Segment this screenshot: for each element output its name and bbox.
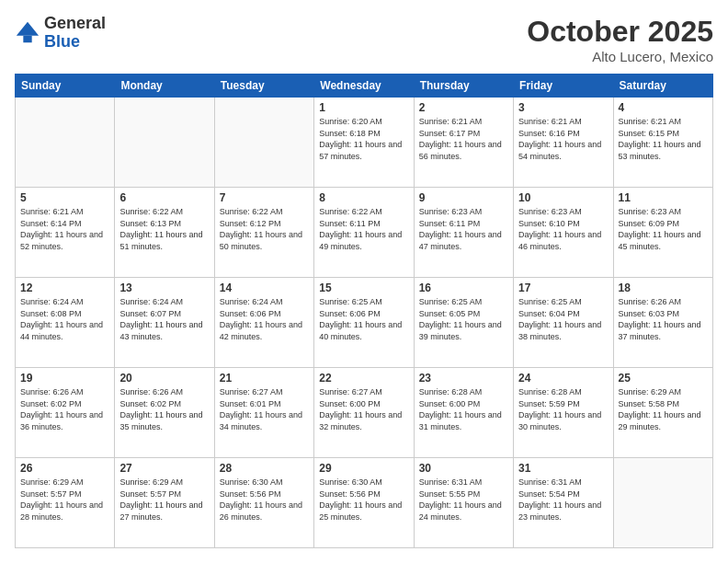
table-row: 4Sunrise: 6:21 AM Sunset: 6:15 PM Daylig…: [613, 98, 712, 188]
day-info: Sunrise: 6:21 AM Sunset: 6:16 PM Dayligh…: [518, 116, 608, 162]
day-info: Sunrise: 6:30 AM Sunset: 5:56 PM Dayligh…: [220, 477, 309, 523]
table-row: 23Sunrise: 6:28 AM Sunset: 6:00 PM Dayli…: [414, 368, 513, 458]
day-number: 24: [518, 372, 608, 385]
table-row: 10Sunrise: 6:23 AM Sunset: 6:10 PM Dayli…: [514, 188, 613, 278]
day-info: Sunrise: 6:25 AM Sunset: 6:06 PM Dayligh…: [319, 296, 408, 342]
table-row: 30Sunrise: 6:31 AM Sunset: 5:55 PM Dayli…: [414, 458, 513, 548]
table-row: [115, 98, 214, 188]
location-title: Alto Lucero, Mexico: [527, 49, 713, 64]
day-number: 22: [319, 372, 408, 385]
table-row: 1Sunrise: 6:20 AM Sunset: 6:18 PM Daylig…: [314, 98, 414, 188]
day-number: 4: [619, 101, 708, 114]
calendar-week-row: 1Sunrise: 6:20 AM Sunset: 6:18 PM Daylig…: [16, 98, 713, 188]
day-number: 31: [518, 462, 608, 475]
table-row: 6Sunrise: 6:22 AM Sunset: 6:13 PM Daylig…: [115, 188, 214, 278]
day-number: 6: [119, 191, 209, 204]
day-info: Sunrise: 6:30 AM Sunset: 5:56 PM Dayligh…: [319, 477, 408, 523]
day-info: Sunrise: 6:25 AM Sunset: 6:04 PM Dayligh…: [518, 296, 608, 342]
table-row: 28Sunrise: 6:30 AM Sunset: 5:56 PM Dayli…: [214, 458, 313, 548]
table-row: 5Sunrise: 6:21 AM Sunset: 6:14 PM Daylig…: [16, 188, 115, 278]
table-row: 29Sunrise: 6:30 AM Sunset: 5:56 PM Dayli…: [314, 458, 414, 548]
table-row: [214, 98, 313, 188]
title-block: October 2025 Alto Lucero, Mexico: [527, 15, 713, 64]
table-row: 7Sunrise: 6:22 AM Sunset: 6:12 PM Daylig…: [214, 188, 313, 278]
table-row: 9Sunrise: 6:23 AM Sunset: 6:11 PM Daylig…: [414, 188, 513, 278]
table-row: 14Sunrise: 6:24 AM Sunset: 6:06 PM Dayli…: [214, 278, 313, 368]
calendar-week-row: 12Sunrise: 6:24 AM Sunset: 6:08 PM Dayli…: [16, 278, 713, 368]
day-info: Sunrise: 6:26 AM Sunset: 6:03 PM Dayligh…: [619, 296, 708, 342]
day-info: Sunrise: 6:23 AM Sunset: 6:11 PM Dayligh…: [419, 206, 508, 252]
day-number: 12: [20, 282, 109, 294]
day-info: Sunrise: 6:21 AM Sunset: 6:14 PM Dayligh…: [20, 206, 109, 252]
svg-marker-0: [17, 22, 39, 36]
table-row: 24Sunrise: 6:28 AM Sunset: 5:59 PM Dayli…: [514, 368, 613, 458]
day-info: Sunrise: 6:26 AM Sunset: 6:02 PM Dayligh…: [20, 386, 109, 432]
calendar-header-row: Sunday Monday Tuesday Wednesday Thursday…: [16, 75, 713, 98]
day-number: 29: [319, 462, 408, 475]
day-number: 14: [220, 282, 309, 294]
day-number: 17: [518, 282, 608, 294]
table-row: 15Sunrise: 6:25 AM Sunset: 6:06 PM Dayli…: [314, 278, 414, 368]
day-info: Sunrise: 6:24 AM Sunset: 6:08 PM Dayligh…: [20, 296, 109, 342]
table-row: 18Sunrise: 6:26 AM Sunset: 6:03 PM Dayli…: [613, 278, 712, 368]
table-row: 3Sunrise: 6:21 AM Sunset: 6:16 PM Daylig…: [514, 98, 613, 188]
day-number: 15: [319, 282, 408, 294]
table-row: [613, 458, 712, 548]
day-info: Sunrise: 6:20 AM Sunset: 6:18 PM Dayligh…: [319, 116, 408, 162]
calendar-week-row: 19Sunrise: 6:26 AM Sunset: 6:02 PM Dayli…: [16, 368, 713, 458]
day-info: Sunrise: 6:28 AM Sunset: 6:00 PM Dayligh…: [419, 386, 508, 432]
table-row: [16, 98, 115, 188]
table-row: 17Sunrise: 6:25 AM Sunset: 6:04 PM Dayli…: [514, 278, 613, 368]
day-number: 13: [119, 282, 209, 294]
day-number: 8: [319, 191, 408, 204]
day-info: Sunrise: 6:27 AM Sunset: 6:00 PM Dayligh…: [319, 386, 408, 432]
day-number: 16: [419, 282, 508, 294]
day-number: 2: [419, 101, 508, 114]
logo: General Blue: [15, 15, 106, 52]
logo-general: General: [44, 15, 106, 33]
day-info: Sunrise: 6:23 AM Sunset: 6:09 PM Dayligh…: [619, 206, 708, 252]
day-number: 26: [20, 462, 109, 475]
table-row: 11Sunrise: 6:23 AM Sunset: 6:09 PM Dayli…: [613, 188, 712, 278]
day-info: Sunrise: 6:24 AM Sunset: 6:07 PM Dayligh…: [119, 296, 209, 342]
day-info: Sunrise: 6:28 AM Sunset: 5:59 PM Dayligh…: [518, 386, 608, 432]
page: General Blue October 2025 Alto Lucero, M…: [0, 0, 728, 563]
table-row: 2Sunrise: 6:21 AM Sunset: 6:17 PM Daylig…: [414, 98, 513, 188]
day-info: Sunrise: 6:21 AM Sunset: 6:15 PM Dayligh…: [619, 116, 708, 162]
logo-icon: [15, 20, 40, 46]
day-info: Sunrise: 6:22 AM Sunset: 6:11 PM Dayligh…: [319, 206, 408, 252]
day-info: Sunrise: 6:22 AM Sunset: 6:13 PM Dayligh…: [119, 206, 209, 252]
header-monday: Monday: [115, 75, 214, 98]
table-row: 12Sunrise: 6:24 AM Sunset: 6:08 PM Dayli…: [16, 278, 115, 368]
day-info: Sunrise: 6:26 AM Sunset: 6:02 PM Dayligh…: [119, 386, 209, 432]
day-number: 3: [518, 101, 608, 114]
table-row: 31Sunrise: 6:31 AM Sunset: 5:54 PM Dayli…: [514, 458, 613, 548]
day-number: 18: [619, 282, 708, 294]
header-saturday: Saturday: [613, 75, 712, 98]
table-row: 16Sunrise: 6:25 AM Sunset: 6:05 PM Dayli…: [414, 278, 513, 368]
calendar-table: Sunday Monday Tuesday Wednesday Thursday…: [15, 74, 713, 548]
table-row: 8Sunrise: 6:22 AM Sunset: 6:11 PM Daylig…: [314, 188, 414, 278]
logo-blue: Blue: [44, 33, 106, 52]
day-info: Sunrise: 6:25 AM Sunset: 6:05 PM Dayligh…: [419, 296, 508, 342]
table-row: 20Sunrise: 6:26 AM Sunset: 6:02 PM Dayli…: [115, 368, 214, 458]
table-row: 27Sunrise: 6:29 AM Sunset: 5:57 PM Dayli…: [115, 458, 214, 548]
day-info: Sunrise: 6:21 AM Sunset: 6:17 PM Dayligh…: [419, 116, 508, 162]
table-row: 25Sunrise: 6:29 AM Sunset: 5:58 PM Dayli…: [613, 368, 712, 458]
day-info: Sunrise: 6:24 AM Sunset: 6:06 PM Dayligh…: [220, 296, 309, 342]
calendar-week-row: 26Sunrise: 6:29 AM Sunset: 5:57 PM Dayli…: [16, 458, 713, 548]
day-number: 20: [119, 372, 209, 385]
day-number: 10: [518, 191, 608, 204]
day-info: Sunrise: 6:27 AM Sunset: 6:01 PM Dayligh…: [220, 386, 309, 432]
day-number: 11: [619, 191, 708, 204]
day-number: 19: [20, 372, 109, 385]
logo-text: General Blue: [44, 15, 106, 52]
day-number: 23: [419, 372, 508, 385]
day-number: 25: [619, 372, 708, 385]
day-info: Sunrise: 6:29 AM Sunset: 5:57 PM Dayligh…: [119, 477, 209, 523]
day-number: 27: [119, 462, 209, 475]
day-number: 5: [20, 191, 109, 204]
day-number: 21: [220, 372, 309, 385]
calendar-week-row: 5Sunrise: 6:21 AM Sunset: 6:14 PM Daylig…: [16, 188, 713, 278]
day-number: 1: [319, 101, 408, 114]
